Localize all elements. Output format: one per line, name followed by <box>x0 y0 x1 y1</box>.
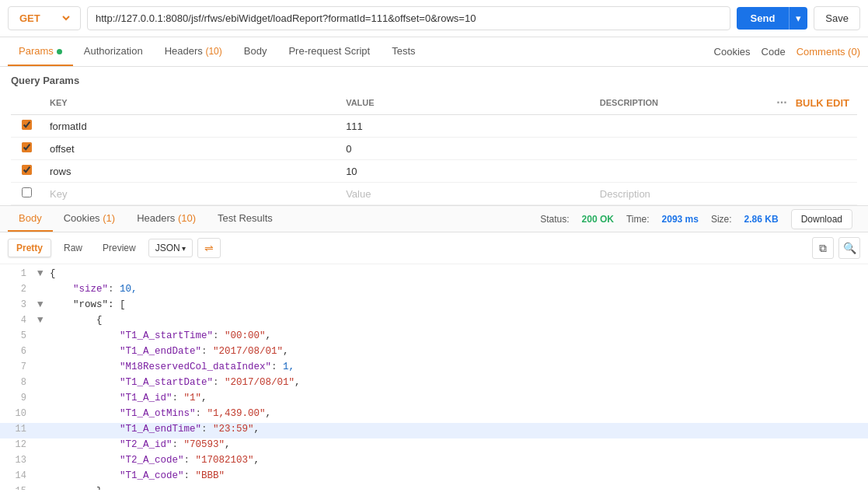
resp-tab-body[interactable]: Body <box>8 206 53 232</box>
json-line-content: { <box>50 315 868 326</box>
line-number: 9 <box>0 393 37 403</box>
bulk-edit-button[interactable]: Bulk Edit <box>796 97 849 109</box>
more-options-icon[interactable]: ··· <box>776 96 786 109</box>
row1-description <box>592 115 857 138</box>
fold-arrow[interactable]: ▼ <box>37 315 50 326</box>
line-number: 8 <box>0 377 37 388</box>
download-button[interactable]: Download <box>791 209 852 229</box>
row2-checkbox[interactable] <box>22 142 32 152</box>
response-size: 2.86 KB <box>744 214 779 225</box>
json-line: 11 "T1_A_endTime": "23:59", <box>0 423 868 438</box>
col-description: DESCRIPTION ··· Bulk Edit <box>592 91 857 115</box>
method-selector[interactable]: GET POST PUT DELETE <box>8 6 81 30</box>
cookies-link[interactable]: Cookies <box>714 46 751 58</box>
raw-button[interactable]: Raw <box>56 239 90 257</box>
line-number: 5 <box>0 330 37 341</box>
table-row: formatId 111 <box>11 115 857 138</box>
json-line-content: "T1_A_otMins": "1,439.00", <box>50 408 868 419</box>
tab-authorization[interactable]: Authorization <box>73 37 154 66</box>
placeholder-checkbox[interactable] <box>22 187 32 197</box>
request-tabs: Params Authorization Headers (10) Body P… <box>0 37 868 67</box>
save-button[interactable]: Save <box>814 6 860 30</box>
status-info: Status: 200 OK Time: 2093 ms Size: 2.86 … <box>540 209 860 229</box>
wrap-button[interactable]: ⇌ <box>197 238 221 258</box>
format-right-actions: ⧉ 🔍 <box>812 237 860 259</box>
tab-headers[interactable]: Headers (10) <box>154 37 233 66</box>
json-line: 7 "M18ReservedCol_dataIndex": 1, <box>0 361 868 376</box>
send-dropdown-button[interactable]: ▾ <box>789 7 807 30</box>
json-line-content: "T1_A_endDate": "2017/08/01", <box>50 346 868 357</box>
cookies-badge: (1) <box>103 212 115 224</box>
pretty-button[interactable]: Pretty <box>8 239 51 257</box>
fold-arrow[interactable]: ▼ <box>37 268 50 279</box>
json-line-content: "rows": [ <box>50 299 868 310</box>
line-number: 14 <box>0 470 37 481</box>
params-table: KEY VALUE DESCRIPTION ··· Bulk Edit form… <box>11 91 857 205</box>
json-line-content: "T1_A_startTime": "00:00", <box>50 330 868 341</box>
row3-description <box>592 160 857 183</box>
json-line-content: "size": 10, <box>50 284 868 295</box>
line-number: 10 <box>0 408 37 419</box>
line-number: 2 <box>0 284 37 295</box>
json-line: 4▼ { <box>0 314 868 330</box>
json-line-content: "T2_A_code": "17082103", <box>50 455 868 466</box>
copy-button[interactable]: ⧉ <box>812 237 834 259</box>
headers-badge: (10) <box>205 46 221 57</box>
response-time: 2093 ms <box>662 214 699 225</box>
top-bar: GET POST PUT DELETE Send ▾ Save <box>0 0 868 37</box>
json-line-content: { <box>50 268 868 279</box>
search-button[interactable]: 🔍 <box>838 237 860 259</box>
url-input[interactable] <box>87 6 730 30</box>
resp-tab-test-results[interactable]: Test Results <box>207 206 284 232</box>
method-dropdown[interactable]: GET POST PUT DELETE <box>16 12 72 25</box>
line-number: 3 <box>0 299 37 310</box>
send-btn-group: Send ▾ <box>737 7 808 30</box>
json-line: 8 "T1_A_startDate": "2017/08/01", <box>0 376 868 392</box>
row2-value: 0 <box>338 138 592 160</box>
line-number: 7 <box>0 362 37 372</box>
json-line-content: "M18ReservedCol_dataIndex": 1, <box>50 362 868 372</box>
json-line-content: }, <box>50 486 868 490</box>
tab-body[interactable]: Body <box>233 37 278 66</box>
query-params-title: Query Params <box>11 75 857 86</box>
line-number: 12 <box>0 439 37 450</box>
line-number: 13 <box>0 455 37 466</box>
resp-tab-cookies[interactable]: Cookies (1) <box>53 206 126 232</box>
resp-tab-headers[interactable]: Headers (10) <box>126 206 207 232</box>
json-line: 2 "size": 10, <box>0 283 868 299</box>
query-params-section: Query Params KEY VALUE DESCRIPTION ··· B… <box>0 67 868 205</box>
tab-params[interactable]: Params <box>8 37 73 66</box>
json-line: 14 "T1_A_code": "BBB" <box>0 470 868 485</box>
comments-link[interactable]: Comments (0) <box>797 46 860 58</box>
params-dot <box>57 49 62 54</box>
json-line-content: "T1_A_startDate": "2017/08/01", <box>50 377 868 388</box>
line-number: 4 <box>0 315 37 326</box>
json-line: 9 "T1_A_id": "1", <box>0 392 868 407</box>
search-icon: 🔍 <box>843 242 856 254</box>
row3-checkbox[interactable] <box>22 165 32 175</box>
row1-checkbox[interactable] <box>22 120 32 130</box>
preview-button[interactable]: Preview <box>95 239 144 257</box>
row1-key: formatId <box>42 115 338 138</box>
wrap-icon: ⇌ <box>204 242 214 254</box>
fold-arrow[interactable]: ▼ <box>37 299 50 310</box>
line-number: 6 <box>0 346 37 357</box>
row3-key: rows <box>42 160 338 183</box>
json-line: 3▼ "rows": [ <box>0 299 868 314</box>
json-viewer: 1▼{2 "size": 10,3▼ "rows": [4▼ {5 "T1_A_… <box>0 264 868 490</box>
chevron-down-icon: ▾ <box>182 244 186 253</box>
row2-description <box>592 138 857 160</box>
format-dropdown[interactable]: JSON ▾ <box>148 239 193 257</box>
line-number: 15 <box>0 486 37 490</box>
format-label: JSON <box>155 243 180 253</box>
json-line: 6 "T1_A_endDate": "2017/08/01", <box>0 345 868 361</box>
json-line: 13 "T2_A_code": "17082103", <box>0 454 868 470</box>
placeholder-description: Description <box>592 183 857 205</box>
status-code: 200 OK <box>582 214 614 225</box>
col-value: VALUE <box>338 91 592 115</box>
tab-pre-request[interactable]: Pre-request Script <box>277 37 381 66</box>
tab-tests[interactable]: Tests <box>381 37 426 66</box>
tab-right-actions: Cookies Code Comments (0) <box>714 46 860 58</box>
code-link[interactable]: Code <box>762 46 786 58</box>
send-button[interactable]: Send <box>737 7 790 30</box>
